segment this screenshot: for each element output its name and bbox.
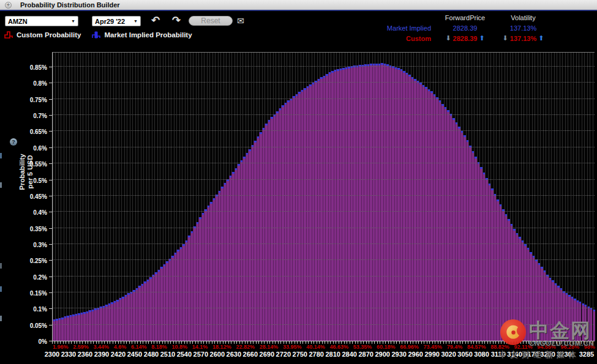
probability-lab-window: + Probability Distribution Builder AMZN … <box>0 0 597 364</box>
reset-button[interactable]: Reset <box>189 16 233 26</box>
chevron-down-icon: ▼ <box>71 19 75 23</box>
market-implied-cap <box>408 75 410 76</box>
cumulative-probability-label: 94.55% <box>537 344 556 351</box>
cumulative-probability-label: 46.63% <box>329 344 348 351</box>
market-implied-cap <box>419 83 421 84</box>
y-axis-label: 0.25% <box>10 258 47 264</box>
market-implied-cap <box>527 248 529 250</box>
custom-row-label: Custom <box>375 35 436 42</box>
bars-layer[interactable] <box>53 53 595 341</box>
y-axis-label: 0.65% <box>10 128 47 135</box>
y-axis-label: 0.15% <box>10 290 47 297</box>
market-forward-value: 2828.39 <box>436 24 494 32</box>
cumulative-probability-label: 4.6% <box>114 344 127 351</box>
market-implied-cap <box>524 244 526 246</box>
expiry-select-value: Apr29 '22 <box>95 18 125 25</box>
y-axis-title: Probability per 5 USD <box>18 138 34 206</box>
cumulative-probability-label: 2.59% <box>73 344 89 351</box>
cumulative-probability-label: 98% <box>584 344 595 351</box>
market-implied-cap <box>489 184 490 185</box>
market-implied-cap <box>552 280 554 282</box>
gridline <box>53 211 595 212</box>
cumulative-probability-label: 96.28% <box>561 344 580 351</box>
legend-custom-probability[interactable]: Custom Probability <box>4 31 81 39</box>
y-axis-label: 0.7% <box>10 113 47 119</box>
cumulative-probability-label: 8.18% <box>151 344 167 351</box>
window-title-bar: + Probability Distribution Builder <box>0 0 597 10</box>
window-title: Probability Distribution Builder <box>20 1 120 9</box>
market-implied-cap <box>541 267 543 269</box>
market-implied-cap <box>500 204 501 206</box>
custom-volatility-decrease-icon[interactable]: ⬇ <box>503 34 508 42</box>
cumulative-probability-label: 92.11% <box>514 344 533 351</box>
y-axis-label: 0.8% <box>10 80 47 87</box>
market-implied-cap <box>452 118 454 120</box>
window-button-icon[interactable]: + <box>5 2 12 9</box>
gridline <box>53 114 595 115</box>
price-axis-labels: 2300233023602390242024502480251025402570… <box>52 351 596 360</box>
gridline <box>53 147 595 147</box>
market-implied-cap <box>533 256 535 258</box>
cumulative-probability-label: 28.14% <box>260 344 279 351</box>
market-implied-row-label: Market Implied <box>375 24 436 32</box>
custom-volatility-increase-icon[interactable]: ⬆ <box>538 34 544 42</box>
custom-forward-increase-icon[interactable]: ⬆ <box>479 34 484 42</box>
probability-histogram-plot[interactable] <box>52 52 595 341</box>
cumulative-probability-label: 79.4% <box>447 344 463 351</box>
y-axis-label: 0.1% <box>10 306 47 313</box>
redo-icon[interactable]: ↷ <box>172 15 181 26</box>
gridline <box>53 324 595 325</box>
market-implied-cap <box>483 173 485 174</box>
market-implied-cap <box>530 252 531 254</box>
expiry-select[interactable]: Apr29 '22 ▼ <box>92 16 141 26</box>
left-edge-artifacts <box>0 46 2 364</box>
legend: Custom Probability Market Implied Probab… <box>4 31 192 39</box>
market-implied-cap <box>505 214 507 216</box>
market-implied-cap <box>447 110 449 112</box>
gridline <box>53 163 595 163</box>
market-implied-cap <box>516 233 518 235</box>
legend-market-implied-probability[interactable]: Market Implied Probability <box>92 31 192 39</box>
market-implied-cap <box>458 127 460 128</box>
y-axis-label: 0.85% <box>10 64 47 71</box>
cumulative-probability-label: 33.95% <box>283 344 302 351</box>
undo-icon[interactable]: ↶ <box>151 15 160 26</box>
cumulative-probability-label: 88.82% <box>490 344 509 351</box>
market-implied-cap <box>549 278 551 280</box>
gridline <box>53 82 595 83</box>
market-implied-cap <box>497 199 498 201</box>
market-implied-cap <box>430 91 432 93</box>
y-axis-label: 0.05% <box>10 322 47 329</box>
cumulative-probability-label: 84.57% <box>467 344 486 351</box>
envelope-icon[interactable]: ✉ <box>237 16 244 26</box>
market-implied-cap <box>555 283 557 285</box>
market-implied-cap <box>560 288 562 290</box>
y-axis-label: 0% <box>10 338 47 345</box>
custom-histogram-icon <box>4 31 13 39</box>
probability-bar[interactable] <box>593 310 595 341</box>
y-axis-label: 0.2% <box>10 274 47 281</box>
cumulative-probability-label: 73.45% <box>424 344 443 351</box>
market-implied-cap <box>513 229 515 231</box>
symbol-select[interactable]: AMZN ▼ <box>5 16 78 26</box>
market-implied-cap <box>475 157 476 158</box>
custom-forward-decrease-icon[interactable]: ⬇ <box>445 34 451 42</box>
help-icon[interactable]: ? <box>10 138 17 146</box>
market-implied-cap <box>439 100 441 102</box>
market-volatility-value: 137.13% <box>494 24 552 32</box>
cumulative-probability-label: 66.96% <box>400 344 419 351</box>
market-implied-cap <box>544 270 546 272</box>
cumulative-probability-label: 60.18% <box>377 344 396 351</box>
gridline <box>53 259 595 260</box>
market-implied-cap <box>441 104 443 106</box>
cumulative-probability-label: 10.8% <box>172 344 188 351</box>
price-label: 3230 <box>554 351 575 358</box>
market-histogram-icon <box>92 31 100 39</box>
custom-forward-value: 2828.39 <box>453 35 478 42</box>
legend-custom-label: Custom Probability <box>17 31 81 39</box>
y-axis-label: 0.3% <box>10 242 47 248</box>
y-axis-label: 0.35% <box>10 226 47 232</box>
market-implied-cap <box>445 107 446 109</box>
gridline <box>53 195 595 196</box>
cumulative-probability-label: 22.82% <box>236 344 255 351</box>
